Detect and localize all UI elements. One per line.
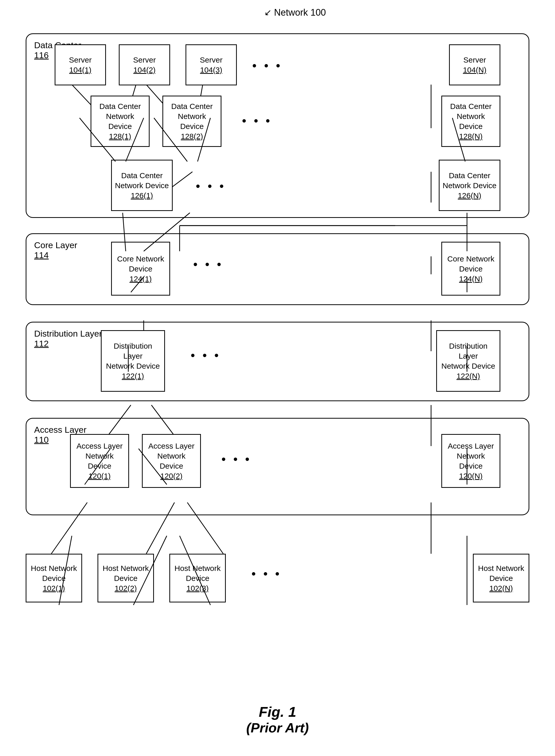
core-layer-box: Core Layer 114 Core Network Device 124(1…	[26, 233, 529, 305]
network-label: Network 100	[274, 7, 326, 18]
server-104-1: Server 104(1)	[55, 44, 106, 85]
core-dots: • • •	[193, 257, 223, 271]
distribution-layer-box: Distribution Layer 112 Distribution Laye…	[26, 322, 529, 401]
dc128-dots: • • •	[242, 113, 272, 128]
figure-subtitle: (Prior Art)	[0, 720, 555, 736]
access-dots: • • •	[221, 452, 251, 466]
access-network-120-N: Access Layer Network Device 120(N)	[441, 434, 500, 488]
server-dots: • • •	[252, 58, 282, 73]
core-layer-label: Core Layer 114	[34, 240, 77, 260]
dc-network-126-1: Data Center Network Device 126(1)	[111, 160, 173, 211]
network-arrow-icon: ↙	[264, 7, 271, 17]
host-network-102-3: Host Network Device 102(3)	[169, 554, 226, 603]
core-network-124-N: Core Network Device 124(N)	[441, 242, 500, 295]
access-network-120-2: Access Layer Network Device 120(2)	[142, 434, 201, 488]
figure-title: Fig. 1	[0, 703, 555, 720]
data-center-layer-box: Data Center 116 Server 104(1) Server 104…	[26, 33, 529, 218]
dc-network-128-2: Data Center Network Device 128(2)	[162, 96, 221, 147]
host-network-102-N: Host Network Device 102(N)	[473, 554, 529, 603]
server-104-2: Server 104(2)	[119, 44, 170, 85]
core-network-124-1: Core Network Device 124(1)	[111, 242, 170, 295]
dist-layer-label: Distribution Layer 112	[34, 329, 102, 349]
dc-network-128-N: Data Center Network Device 128(N)	[441, 96, 500, 147]
host-network-102-2: Host Network Device 102(2)	[97, 554, 154, 603]
dc-network-128-1: Data Center Network Device 128(1)	[91, 96, 150, 147]
dc126-dots: • • •	[196, 179, 226, 193]
dist-network-122-N: Distribution Layer Network Device 122(N)	[436, 330, 500, 392]
host-network-102-1: Host Network Device 102(1)	[26, 554, 82, 603]
server-104-3: Server 104(3)	[185, 44, 237, 85]
dc-network-126-N: Data Center Network Device 126(N)	[439, 160, 500, 211]
page: ↙ Network 100	[0, 0, 555, 756]
access-layer-box: Access Layer 110 Access Layer Network De…	[26, 418, 529, 515]
server-104-N: Server 104(N)	[449, 44, 500, 85]
host-dots: • • •	[251, 567, 282, 581]
network-label-area: ↙ Network 100	[257, 7, 326, 18]
access-network-120-1: Access Layer Network Device 120(1)	[70, 434, 129, 488]
dist-network-122-1: Distribution Layer Network Device 122(1)	[101, 330, 165, 392]
dist-dots: • • •	[190, 348, 221, 362]
figure-caption: Fig. 1 (Prior Art)	[0, 703, 555, 736]
